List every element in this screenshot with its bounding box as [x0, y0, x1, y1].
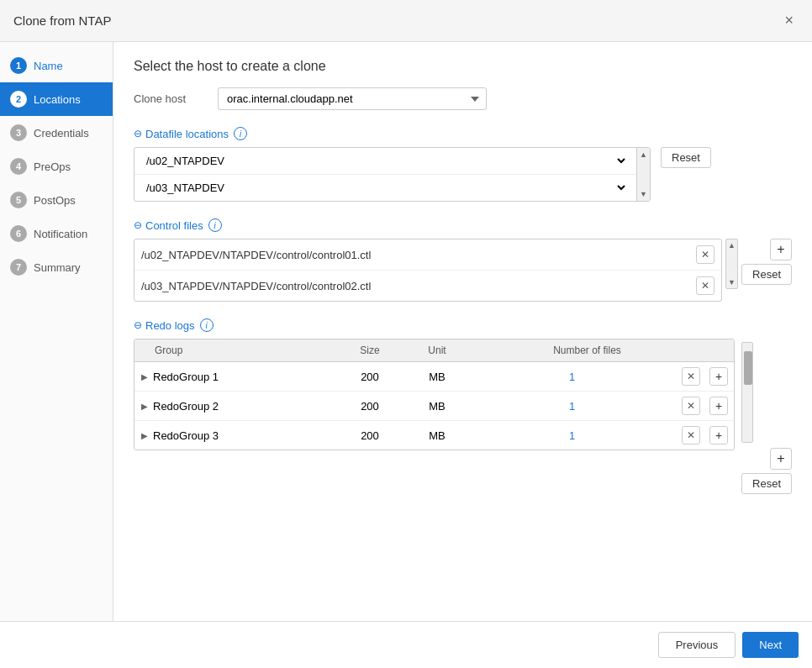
- step-badge-6: 6: [10, 225, 27, 242]
- redo-expand-2[interactable]: ▶: [141, 431, 148, 440]
- redo-row-0: ▶ RedoGroup 1 200 MB 1 ✕ +: [134, 362, 734, 392]
- dialog-title: Clone from NTAP: [13, 13, 111, 28]
- control-header[interactable]: ⊖ Control files i: [134, 218, 792, 232]
- redo-add-1[interactable]: +: [709, 397, 728, 415]
- redo-remove-0[interactable]: ✕: [682, 367, 700, 386]
- datafile-collapse-icon: ⊖: [134, 128, 142, 139]
- scroll-up-icon[interactable]: ▲: [637, 148, 650, 161]
- redo-expand-0[interactable]: ▶: [141, 372, 148, 381]
- datafile-body: /u02_NTAPDEV /u03_NTAPDEV ▲: [134, 147, 792, 202]
- redo-collapse-icon: ⊖: [134, 319, 142, 331]
- sidebar-label-preops: PreOps: [34, 160, 71, 173]
- redo-header[interactable]: ⊖ Redo logs i: [134, 318, 792, 332]
- sidebar-label-credentials: Credentials: [34, 127, 89, 139]
- redo-table: Group Size Unit Number of files ▶ RedoGr…: [134, 339, 735, 450]
- step-badge-7: 7: [10, 259, 27, 276]
- redo-add-0[interactable]: +: [709, 367, 728, 386]
- redo-group-2: ▶ RedoGroup 3: [134, 429, 336, 442]
- redo-add-2-wrap: +: [704, 426, 734, 444]
- control-add-button[interactable]: +: [770, 239, 792, 260]
- redo-add-1-wrap: +: [704, 397, 734, 415]
- control-remove-0[interactable]: ✕: [696, 245, 714, 264]
- sidebar-label-notification: Notification: [34, 228, 87, 240]
- clone-dialog: Clone from NTAP × 1 Name 2 Locations 3 C…: [0, 0, 812, 668]
- scroll-down-icon[interactable]: ▼: [637, 187, 650, 201]
- redo-reset-button[interactable]: Reset: [741, 473, 792, 494]
- next-button[interactable]: Next: [742, 632, 799, 658]
- redo-add-0-wrap: +: [704, 367, 734, 386]
- datafile-items: /u02_NTAPDEV /u03_NTAPDEV: [134, 148, 636, 201]
- redo-global-add-button[interactable]: +: [770, 448, 792, 470]
- datafile-select-0[interactable]: /u02_NTAPDEV: [143, 154, 628, 168]
- clone-host-select[interactable]: orac.internal.cloudapp.net: [218, 87, 487, 110]
- control-side: ▲ ▼: [725, 239, 738, 289]
- sidebar-item-postops[interactable]: 5 PostOps: [0, 183, 113, 217]
- dialog-header: Clone from NTAP ×: [0, 0, 812, 42]
- sidebar-label-summary: Summary: [34, 261, 81, 274]
- page-title: Select the host to create a clone: [134, 59, 792, 74]
- datafile-select-1[interactable]: /u03_NTAPDEV: [143, 181, 628, 195]
- control-collapse-icon: ⊖: [134, 219, 142, 231]
- redo-add-2[interactable]: +: [709, 426, 728, 444]
- redo-size-0: 200: [336, 371, 403, 383]
- control-row-0: /u02_NTAPDEV/NTAPDEV/control/control01.c…: [134, 239, 721, 271]
- datafile-reset-button[interactable]: Reset: [661, 147, 711, 168]
- sidebar-item-preops[interactable]: 4 PreOps: [0, 150, 113, 183]
- datafile-box: /u02_NTAPDEV /u03_NTAPDEV ▲: [134, 147, 651, 202]
- redo-remove-2[interactable]: ✕: [682, 426, 700, 444]
- previous-button[interactable]: Previous: [658, 632, 736, 658]
- sidebar-item-credentials[interactable]: 3 Credentials: [0, 116, 113, 150]
- redo-scrollbar-thumb: [744, 351, 752, 385]
- step-badge-1: 1: [10, 57, 27, 74]
- redo-unit-0: MB: [403, 371, 471, 383]
- redo-act-2: ✕: [673, 426, 704, 444]
- sidebar-item-summary[interactable]: 7 Summary: [0, 250, 113, 284]
- redo-th-unit: Unit: [403, 345, 471, 356]
- redo-group-1: ▶ RedoGroup 2: [134, 400, 336, 413]
- redo-row-1: ▶ RedoGroup 2 200 MB 1 ✕ +: [134, 392, 734, 421]
- datafile-title: Datafile locations: [145, 128, 229, 140]
- redo-side-buttons: + Reset: [741, 448, 792, 494]
- step-badge-4: 4: [10, 158, 27, 175]
- ctrl-scroll-up-icon[interactable]: ▲: [728, 241, 736, 250]
- redo-remove-1[interactable]: ✕: [682, 397, 700, 415]
- control-path-0: /u02_NTAPDEV/NTAPDEV/control/control01.c…: [141, 249, 691, 261]
- control-row-1: /u03_NTAPDEV/NTAPDEV/control/control02.c…: [134, 271, 721, 301]
- clone-host-row: Clone host orac.internal.cloudapp.net: [134, 87, 792, 110]
- control-info-icon: i: [208, 218, 222, 232]
- datafile-info-icon: i: [234, 127, 247, 140]
- clone-host-control: orac.internal.cloudapp.net: [218, 87, 487, 110]
- redo-body: Group Size Unit Number of files ▶ RedoGr…: [134, 339, 792, 494]
- redo-th-size: Size: [336, 345, 403, 356]
- sidebar-item-notification[interactable]: 6 Notification: [0, 217, 113, 250]
- redo-act-0: ✕: [673, 367, 704, 386]
- ctrl-scroll-down-icon[interactable]: ▼: [728, 278, 736, 287]
- redo-th-num: Number of files: [471, 345, 704, 356]
- step-badge-5: 5: [10, 192, 27, 208]
- redo-title: Redo logs: [145, 319, 195, 332]
- redo-num-2[interactable]: 1: [471, 429, 673, 442]
- redo-num-1[interactable]: 1: [471, 400, 673, 413]
- sidebar-item-locations[interactable]: 2 Locations: [0, 82, 113, 116]
- control-body: /u02_NTAPDEV/NTAPDEV/control/control01.c…: [134, 239, 792, 302]
- datafile-row-0: /u02_NTAPDEV: [134, 148, 636, 175]
- redo-row-2: ▶ RedoGroup 3 200 MB 1 ✕ +: [134, 421, 734, 450]
- close-button[interactable]: ×: [779, 10, 799, 31]
- sidebar-item-name[interactable]: 1 Name: [0, 49, 113, 82]
- redo-side: + Reset: [741, 339, 792, 494]
- control-reset-button[interactable]: Reset: [741, 264, 792, 285]
- control-path-1: /u03_NTAPDEV/NTAPDEV/control/control02.c…: [141, 280, 691, 292]
- redo-expand-1[interactable]: ▶: [141, 402, 148, 411]
- redo-th-group: Group: [134, 345, 336, 356]
- redo-num-0[interactable]: 1: [471, 371, 673, 383]
- datafile-row-1: /u03_NTAPDEV: [134, 175, 636, 201]
- control-remove-1[interactable]: ✕: [696, 276, 714, 295]
- datafile-section: ⊖ Datafile locations i /u02_NTAPDEV: [134, 127, 792, 202]
- datafile-header[interactable]: ⊖ Datafile locations i: [134, 127, 792, 140]
- sidebar: 1 Name 2 Locations 3 Credentials 4 PreOp…: [0, 42, 113, 621]
- dialog-footer: Previous Next: [0, 621, 812, 668]
- control-btns: + Reset: [741, 239, 792, 285]
- redo-size-1: 200: [336, 400, 403, 413]
- redo-size-2: 200: [336, 429, 403, 442]
- redo-group-0: ▶ RedoGroup 1: [134, 371, 336, 383]
